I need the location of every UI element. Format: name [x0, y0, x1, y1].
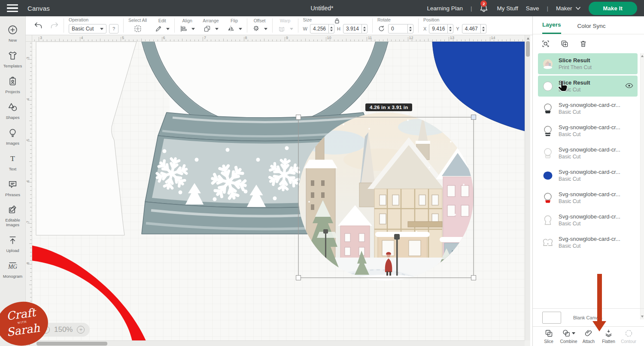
globe-keyhole-thumb — [542, 215, 553, 226]
tshirt-icon — [7, 50, 18, 63]
pencil-icon — [155, 25, 162, 33]
horizontal-ruler: 34567891011121314 — [32, 35, 525, 42]
undo-icon[interactable] — [34, 21, 43, 30]
globe-red-base-thumb — [542, 192, 553, 203]
notifications-button[interactable]: 2 — [480, 3, 489, 13]
layer-item-2[interactable]: Svg-snowglobe-card-cr...Basic Cut — [538, 98, 638, 119]
lock-icon[interactable] — [334, 18, 340, 24]
selection-handle-bottom-right[interactable] — [471, 276, 476, 280]
layer-operation: Basic Cut — [559, 154, 620, 160]
sidebar-item-new[interactable]: New — [0, 21, 25, 46]
caret-down-icon — [215, 28, 219, 30]
redo-icon[interactable] — [50, 21, 59, 30]
sidebar-item-label: Upload — [1, 249, 25, 253]
warp-icon — [277, 25, 286, 33]
make-it-button[interactable]: Make It — [589, 2, 637, 15]
hamburger-menu-icon[interactable] — [7, 4, 18, 12]
rotate-input[interactable]: 0 — [388, 24, 413, 33]
layer-item-7[interactable]: Svg-snowglobe-card-cr...Basic Cut — [538, 209, 638, 231]
sidebar-item-images[interactable]: Images — [0, 124, 25, 149]
vertical-scrollbar[interactable] — [525, 35, 530, 340]
position-x-input[interactable]: 9.416 — [429, 24, 453, 33]
layers-scroll-up-icon[interactable] — [641, 55, 644, 57]
canvas-color-swatch[interactable] — [542, 312, 561, 324]
learning-plan-link[interactable]: Learning Plan — [427, 5, 463, 12]
rotate-stepper[interactable] — [407, 24, 413, 33]
layer-operation: Basic Cut — [559, 109, 620, 115]
arrange-menu-button[interactable] — [203, 25, 219, 33]
plus-circle-icon — [7, 24, 18, 37]
action-label: Attach — [583, 339, 595, 344]
width-input[interactable]: 4.256 — [310, 24, 334, 33]
ruler-number: 4 — [81, 36, 83, 40]
globe-double-thumb — [542, 237, 553, 248]
ruler-number: 7 — [204, 36, 206, 40]
sidebar-item-phrases[interactable]: Phrases — [0, 175, 25, 201]
edit-menu-button[interactable] — [155, 25, 170, 33]
horizontal-scroll-thumb[interactable] — [36, 342, 107, 346]
scroll-up-arrow-icon[interactable] — [527, 37, 529, 39]
layer-operation: Basic Cut — [559, 176, 620, 182]
trash-icon[interactable] — [579, 39, 587, 48]
sidebar-item-upload[interactable]: Upload — [0, 231, 25, 257]
selection-handle-top-left[interactable] — [296, 115, 301, 120]
height-input[interactable]: 3.914 — [343, 24, 368, 33]
sidebar-item-shapes[interactable]: Shapes — [0, 98, 25, 124]
canvas-scene[interactable] — [32, 42, 525, 340]
height-stepper[interactable] — [361, 24, 367, 33]
design-canvas[interactable]: 34567891011121314 3456789 — [26, 35, 530, 346]
eye-visibility-icon[interactable] — [625, 82, 633, 90]
operation-dropdown[interactable]: Basic Cut — [69, 24, 106, 33]
sidebar-item-text[interactable]: TText — [0, 149, 25, 175]
tab-color-sync[interactable]: Color Sync — [577, 23, 606, 34]
layer-item-0[interactable]: Slice ResultPrint Then Cut — [538, 53, 638, 74]
ruler-corner — [26, 35, 32, 42]
chevron-down-icon — [575, 6, 581, 10]
selection-handle-bottom-left[interactable] — [296, 276, 301, 280]
layer-item-8[interactable]: Svg-snowglobe-card-cr...Basic Cut — [538, 232, 638, 253]
width-stepper[interactable] — [328, 24, 334, 33]
help-button[interactable]: ? — [109, 24, 118, 33]
save-button[interactable]: Save — [526, 5, 539, 12]
sidebar-item-monogram[interactable]: MGMonogram — [0, 257, 25, 282]
sidebar-item-editable-images[interactable]: Editable Images — [0, 200, 25, 231]
ruler-number: 12 — [409, 36, 413, 40]
sidebar-item-projects[interactable]: Projects — [0, 72, 25, 98]
align-icon — [179, 25, 188, 33]
selection-handle-top-right[interactable] — [471, 115, 476, 120]
layer-item-3[interactable]: Svg-snowglobe-card-cr...Basic Cut — [538, 120, 638, 141]
layer-item-6[interactable]: Svg-snowglobe-card-cr...Basic Cut — [538, 187, 638, 208]
sidebar-item-templates[interactable]: Templates — [0, 46, 25, 72]
slice-button[interactable]: Slice — [539, 327, 559, 346]
operation-label: Operation — [69, 18, 88, 22]
editable-image-icon — [7, 204, 18, 217]
position-y-stepper[interactable] — [480, 24, 486, 33]
layer-title: Svg-snowglobe-card-cr... — [559, 213, 620, 220]
layer-title: Svg-snowglobe-card-cr... — [559, 102, 620, 108]
machine-selector[interactable]: Maker — [556, 5, 581, 12]
offset-menu-button[interactable] — [252, 25, 267, 33]
position-y-input[interactable]: 4.467 — [462, 24, 486, 33]
align-menu-button[interactable] — [179, 25, 195, 33]
combine-button[interactable]: Combine — [559, 327, 579, 346]
globe-dark-base-thumb — [542, 103, 553, 114]
position-x-stepper[interactable] — [447, 24, 453, 33]
select-all-button[interactable] — [134, 24, 142, 33]
vertical-scroll-thumb[interactable] — [526, 41, 530, 57]
layer-item-1[interactable]: Slice ResultBasic Cut — [538, 76, 638, 97]
horizontal-scrollbar[interactable] — [26, 340, 525, 346]
layers-scrollbar[interactable] — [640, 53, 644, 319]
rotate-icon[interactable] — [377, 25, 386, 33]
tab-layers[interactable]: Layers — [542, 21, 561, 34]
hand-cursor-icon — [558, 80, 569, 94]
layer-item-5[interactable]: Svg-snowglobe-card-cr...Basic Cut — [538, 165, 638, 186]
flip-menu-button[interactable] — [227, 25, 242, 33]
duplicate-layer-icon[interactable] — [560, 39, 569, 48]
layer-operation: Print Then Cut — [559, 64, 592, 70]
select-layers-icon[interactable] — [541, 39, 550, 48]
my-stuff-link[interactable]: My Stuff — [497, 5, 518, 12]
zoom-in-button[interactable]: + — [77, 326, 85, 334]
contour-icon — [624, 329, 633, 338]
edit-toolbar: Operation Basic Cut ? Select All Edit — [26, 16, 532, 35]
layer-item-4[interactable]: Svg-snowglobe-card-cr...Basic Cut — [538, 143, 638, 164]
